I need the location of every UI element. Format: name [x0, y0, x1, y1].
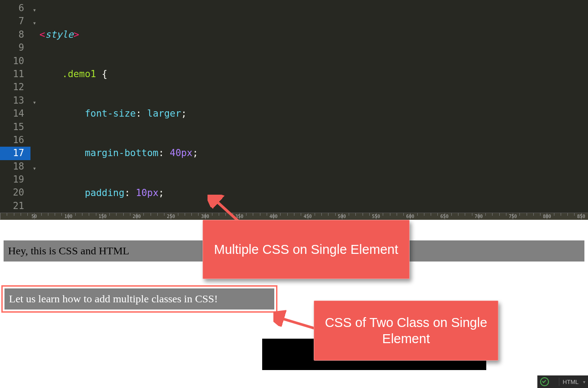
fold-arrow-icon[interactable]: ▾: [30, 162, 39, 175]
line-number: 16: [0, 134, 30, 147]
line-number: 10: [0, 55, 30, 68]
language-mode-selector[interactable]: HTML: [563, 379, 579, 385]
code-editor[interactable]: 6 7 8 9 10 11 12 13 14 15 16 17 18 19 20…: [0, 0, 588, 213]
line-number: 6: [0, 2, 30, 15]
fold-arrow-icon[interactable]: ▾: [30, 4, 39, 17]
status-ok-icon[interactable]: [540, 377, 549, 386]
fold-arrow-icon[interactable]: ▾: [30, 96, 39, 109]
line-number: 20: [0, 186, 30, 199]
line-number-current: 17: [0, 147, 30, 160]
line-number: 14: [0, 107, 30, 120]
line-number: 18: [0, 160, 30, 173]
annotation-callout-2: CSS of Two Class on Single Element: [314, 301, 498, 361]
line-number: 19: [0, 173, 30, 186]
line-number: 8: [0, 28, 30, 41]
line-number: 9: [0, 41, 30, 54]
fold-column: ▾ ▾ ▾ ▾: [30, 0, 39, 214]
line-number: 12: [0, 81, 30, 94]
line-number: 13: [0, 94, 30, 107]
chevron-down-icon[interactable]: ▾: [583, 379, 585, 384]
preview-paragraph-demo1-demo2: Let us learn how to add multiple classes…: [4, 288, 274, 310]
status-bar: HTML ▾: [537, 375, 588, 388]
annotation-callout-1: Multiple CSS on Single Element: [203, 220, 410, 279]
line-number-gutter: 6 7 8 9 10 11 12 13 14 15 16 17 18 19 20…: [0, 0, 30, 213]
line-number: 21: [0, 200, 30, 213]
line-number: 11: [0, 68, 30, 81]
line-number: 7: [0, 15, 30, 28]
pixel-ruler: 5010015020025030035040045050055060065070…: [0, 213, 588, 220]
fold-arrow-icon[interactable]: ▾: [30, 17, 39, 30]
line-number: 15: [0, 121, 30, 134]
